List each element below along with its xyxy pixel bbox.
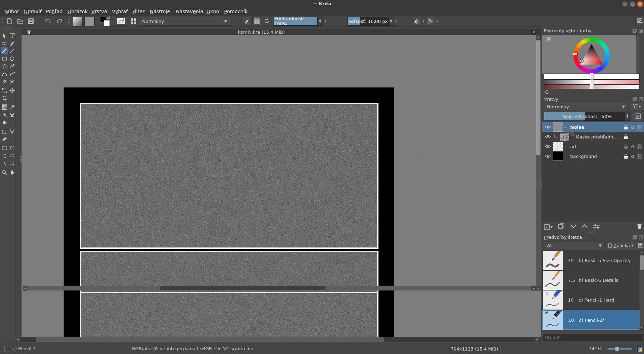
layer-name[interactable]: background xyxy=(570,154,597,159)
visibility-eye-icon[interactable] xyxy=(545,154,551,158)
tool-polyline[interactable] xyxy=(8,62,16,70)
lock-icon[interactable] xyxy=(624,134,628,140)
tool-colorize-mask[interactable] xyxy=(1,111,8,118)
layer-thumbnail[interactable] xyxy=(553,142,563,151)
tool-polygon[interactable] xyxy=(1,62,8,70)
tool-edit-shapes[interactable] xyxy=(1,40,8,47)
colorspace-label[interactable]: RGB/alfa (8-bit integer/kanál) sRGB-elle… xyxy=(132,346,254,351)
color-selector-area[interactable]: ▴ xyxy=(542,35,639,74)
close-docker-icon[interactable] xyxy=(639,97,643,101)
mdi-hscrollbar[interactable]: ◂ ▸ xyxy=(16,337,541,342)
tool-measure[interactable] xyxy=(8,128,16,135)
inherit-alpha-icon[interactable] xyxy=(637,144,642,149)
inherit-alpha-icon[interactable] xyxy=(637,154,642,159)
move-layer-down-button[interactable] xyxy=(570,224,577,230)
tool-freehand-brush[interactable] xyxy=(1,47,8,54)
alpha-lock-icon[interactable]: α xyxy=(631,153,634,159)
color-bar-handle[interactable] xyxy=(590,84,594,89)
close-button[interactable]: ✕ xyxy=(637,1,643,7)
layer-expand-icon[interactable]: ⌄ xyxy=(564,154,567,158)
scroll-up-icon[interactable]: ▴ xyxy=(639,251,644,255)
tool-transform[interactable] xyxy=(1,87,8,94)
maximize-button[interactable]: ▢ xyxy=(629,1,636,7)
undo-button[interactable] xyxy=(43,17,52,25)
layer-row-art[interactable]: ⌄ art α xyxy=(542,142,644,151)
alpha-lock-icon[interactable]: α xyxy=(631,144,634,149)
tool-multibrush[interactable] xyxy=(8,78,16,85)
menu-pomocnik[interactable]: Pomocník xyxy=(223,8,248,15)
image-dimensions-badge[interactable]: 794 x 1123 (15,4 MiB) xyxy=(448,345,501,353)
layer-name[interactable]: Maska priehľadn... xyxy=(576,134,618,140)
opacity-options-arrow[interactable]: ▾ xyxy=(323,17,328,25)
new-document-button[interactable] xyxy=(5,17,14,25)
preset-list-scrollbar[interactable]: ▴ ▾ xyxy=(639,251,644,330)
menu-obrazok[interactable]: Obrázok xyxy=(67,8,88,15)
open-document-button[interactable] xyxy=(16,17,25,25)
layer-filter-button[interactable]: ▼ xyxy=(630,103,644,110)
layer-properties-dialog-button[interactable] xyxy=(593,224,600,230)
move-layer-up-button[interactable] xyxy=(581,224,588,230)
tag-button[interactable]: Značka ▼ xyxy=(606,242,636,249)
vscroll-handle[interactable] xyxy=(536,40,540,155)
tool-zoom[interactable] xyxy=(1,169,8,176)
zoom-level-label[interactable]: 141% xyxy=(589,346,602,351)
layer-expand-icon[interactable]: ⌄ xyxy=(564,125,567,129)
canvas-viewport[interactable]: ◂ ▸ ▴ ▾ xyxy=(22,35,541,337)
document-tab-title[interactable]: komix.kra (15,4 MiB) xyxy=(209,30,313,35)
tool-bezier-curve[interactable] xyxy=(1,70,8,77)
preset-row-pencil1[interactable]: 10 c) Pencil-1 Hard xyxy=(542,290,639,310)
color-history-icon[interactable] xyxy=(544,90,549,95)
menu-filter[interactable]: Filter xyxy=(132,8,145,15)
canvas-vscrollbar[interactable]: ▴ ▾ xyxy=(536,35,541,290)
mirror-vertical-options[interactable]: ▾ xyxy=(435,17,440,25)
tool-rectangle[interactable] xyxy=(1,55,8,62)
layer-opacity-slider[interactable]: Nepriehľadnosť:50% xyxy=(544,112,630,121)
eraser-mode-button[interactable] xyxy=(243,17,252,25)
blending-mode-select[interactable]: Normálny▼ xyxy=(139,17,230,26)
scroll-left-icon[interactable]: ◂ xyxy=(16,337,20,342)
tool-shape-select[interactable] xyxy=(1,32,8,39)
scroll-down-icon[interactable]: ▾ xyxy=(639,326,644,330)
mirror-horizontal-options[interactable]: ▾ xyxy=(421,17,426,25)
save-button[interactable] xyxy=(26,17,35,25)
close-document-icon[interactable]: ✕ xyxy=(531,29,537,35)
mask-thumbnail[interactable] xyxy=(560,133,569,141)
layer-thumbnail[interactable] xyxy=(553,123,563,132)
delete-layer-button[interactable] xyxy=(637,223,642,230)
tool-freehand-select[interactable] xyxy=(8,152,16,159)
reload-preset-button[interactable] xyxy=(262,17,271,25)
layer-name[interactable]: Noise xyxy=(570,125,585,130)
float-docker-icon[interactable] xyxy=(633,235,637,239)
preset-search-input[interactable] xyxy=(542,334,643,342)
layer-opacity-spinner[interactable]: ▲▼ xyxy=(625,112,630,121)
toolbar-grip[interactable] xyxy=(2,18,3,24)
scroll-right-icon[interactable]: ▸ xyxy=(531,286,536,290)
lock-icon[interactable] xyxy=(624,154,628,159)
scroll-right-icon[interactable]: ▸ xyxy=(535,337,539,342)
scroll-up-icon[interactable]: ▴ xyxy=(636,35,639,38)
tool-color-sampler[interactable] xyxy=(8,103,16,111)
tool-crop[interactable] xyxy=(1,94,8,102)
pattern-chooser[interactable] xyxy=(84,17,95,26)
float-docker-icon[interactable] xyxy=(633,97,637,101)
title-bar[interactable]: — Krita — ▢ ✕ xyxy=(0,0,644,8)
color-docker-scrollbar[interactable]: ▴ xyxy=(636,35,639,74)
layer-row-transparency-mask[interactable]: Maska priehľadn... xyxy=(542,132,644,142)
visibility-eye-icon[interactable] xyxy=(545,144,551,149)
menu-vybrat[interactable]: Vybrať xyxy=(111,8,129,15)
tool-dynamic-brush[interactable] xyxy=(1,78,8,85)
menu-upravit[interactable]: Upraviť xyxy=(23,8,42,15)
scroll-down-icon[interactable]: ▾ xyxy=(536,286,541,290)
opacity-spinner[interactable]: ▲▼ xyxy=(318,17,323,26)
tool-assistants[interactable] xyxy=(1,128,8,135)
size-spinner[interactable]: ▲▼ xyxy=(389,17,393,26)
menu-okno[interactable]: Okno xyxy=(206,8,220,15)
tool-line[interactable] xyxy=(8,47,16,54)
mdi-hscroll-handle[interactable] xyxy=(36,337,384,342)
scroll-left-icon[interactable]: ◂ xyxy=(23,286,27,290)
color-selector-settings-icon[interactable] xyxy=(546,37,551,42)
preset-scroll-handle[interactable] xyxy=(640,255,644,270)
lock-icon[interactable] xyxy=(624,125,628,130)
canvas-only-mode-button[interactable] xyxy=(636,345,643,353)
tool-text[interactable] xyxy=(8,32,16,39)
